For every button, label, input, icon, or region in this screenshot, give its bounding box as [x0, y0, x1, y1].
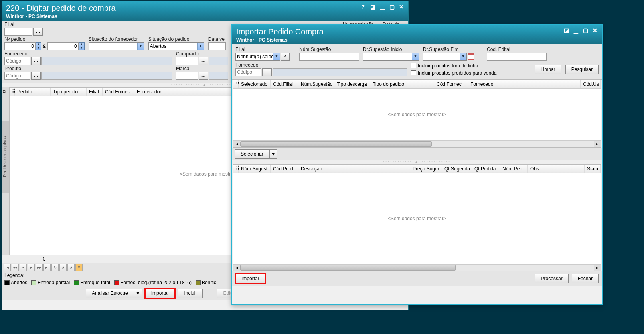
legend-entregue-total: Entregue total — [80, 280, 110, 285]
mfornecedor-lookup-button[interactable]: ... — [262, 68, 272, 76]
bcol-numped[interactable]: Núm.Ped. — [500, 165, 528, 173]
pesquisar-button[interactable]: Pesquisar — [565, 65, 599, 74]
mfilial-combo[interactable]: Nenhum(a) selec▼ — [235, 53, 280, 61]
mdtfim-input[interactable]: ▼ — [423, 53, 467, 61]
swatch-bonific — [196, 280, 201, 285]
nav-refresh[interactable]: ↻ — [51, 264, 59, 271]
nav-prev[interactable]: ◂ — [20, 264, 27, 271]
splitter-mid[interactable]: •••••••••••• ▲ •••••••••••• — [232, 160, 602, 164]
edit-icon[interactable]: ◪ — [369, 4, 376, 10]
window-importar: Importar Pedido Compra Winthor - PC Sist… — [231, 24, 603, 305]
bcol-qtsugerida[interactable]: Qt.Sugerida — [442, 165, 472, 173]
modal-minimize-icon[interactable]: ▁ — [572, 27, 579, 34]
nav-next[interactable]: ▸ — [28, 264, 35, 271]
sit-pedido-combo[interactable]: Abertos▼ — [148, 42, 204, 50]
top-grid-hscroll[interactable]: ◂ ▸ — [233, 140, 601, 147]
npedido-to-input[interactable] — [47, 42, 79, 50]
grid-empty-msg: <Sem dados para mostrar> — [180, 171, 238, 177]
modal-close-icon[interactable]: ✕ — [591, 27, 599, 34]
filial-input[interactable] — [4, 28, 32, 36]
label-npedido: Nº pedido — [4, 36, 85, 42]
detalhes-grid[interactable]: ⠿ Núm.Sugest Cód.Prod Descrição Preço Su… — [233, 164, 601, 271]
tcol-tipodescarga[interactable]: Tipo descarga — [334, 80, 370, 88]
modal-title: Importar Pedido Compra — [236, 27, 598, 36]
nav-prevpage[interactable]: ◂◂ — [12, 264, 19, 271]
titlebar-220: 220 - Digitar pedido de compra Winthor -… — [2, 1, 408, 21]
modal-subtitle: Winthor - PC Sistemas — [236, 37, 598, 43]
bcol-descricao[interactable]: Descrição — [298, 165, 410, 173]
modal-maximize-icon[interactable]: ▢ — [582, 27, 589, 34]
sit-fornecedor-combo[interactable]: ▼ — [89, 42, 144, 50]
col-pedido[interactable]: Pedido — [15, 88, 51, 96]
modal-importar-button[interactable]: Importar — [235, 274, 265, 283]
tcol-codfilial[interactable]: Cód.Filial — [271, 80, 298, 88]
tcol-codus[interactable]: Cód.Us — [581, 80, 601, 88]
bcol-numsugest[interactable]: Núm.Sugest — [239, 165, 271, 173]
limpar-button[interactable]: Limpar — [535, 65, 561, 74]
modal-filter-form: Filial Nenhum(a) selec▼ ✓ Núm.Sugestão D… — [232, 44, 602, 80]
produto-code-input[interactable] — [4, 72, 30, 80]
processar-button[interactable]: Processar — [535, 274, 569, 283]
fechar-button[interactable]: Fechar — [572, 274, 599, 283]
mfornecedor-code-input[interactable] — [235, 68, 261, 76]
nav-bookmark2[interactable]: ★ — [67, 264, 75, 271]
help-icon[interactable]: ? — [360, 4, 367, 10]
label-sit-pedido: Situação do pedido — [148, 36, 204, 42]
swatch-entrega-parcial — [31, 280, 36, 285]
minimize-icon[interactable]: ▁ — [379, 4, 386, 10]
npedido-from-spinner[interactable]: ▲▼ — [36, 42, 41, 50]
modal-edit-icon[interactable]: ◪ — [563, 27, 570, 34]
nav-first[interactable]: |◂ — [4, 264, 11, 271]
nav-filter[interactable]: ▼ — [75, 264, 83, 271]
mfilial-check-button[interactable]: ✓ — [281, 53, 290, 61]
nav-bookmark[interactable]: ★ — [59, 264, 67, 271]
bot-grid-hscroll[interactable]: ◂ ▸ — [233, 264, 601, 271]
fornecedor-lookup-button[interactable]: ... — [31, 57, 41, 65]
tcol-numsugestao[interactable]: Núm.Sugestão — [298, 80, 334, 88]
bcol-status[interactable]: Statu — [585, 165, 601, 173]
marca-lookup-button[interactable]: ... — [199, 72, 208, 80]
importar-button[interactable]: Importar — [145, 289, 175, 298]
maximize-icon[interactable]: ▢ — [388, 4, 395, 10]
marca-input[interactable] — [176, 72, 198, 80]
mdtinicio-input[interactable]: ▼ — [363, 53, 419, 61]
col-cod-fornec[interactable]: Cód.Fornec. — [103, 88, 134, 96]
tcol-codfornec[interactable]: Cód.Fornec. — [434, 80, 468, 88]
bcol-precosuger[interactable]: Preço Suger — [410, 165, 442, 173]
comprador-lookup-button[interactable]: ... — [199, 57, 208, 65]
data-ve-input[interactable] — [208, 42, 226, 50]
incluir-button[interactable]: Incluir — [178, 289, 203, 298]
filial-lookup-button[interactable]: ... — [33, 28, 43, 36]
detach-panel-icon[interactable]: ⧉ — [3, 89, 6, 94]
sugestoes-grid[interactable]: ⠿ Selecionado Cód.Filial Núm.Sugestão Ti… — [233, 80, 601, 148]
bcol-qtpedida[interactable]: Qt.Pedida — [472, 165, 500, 173]
tcol-selecionado[interactable]: Selecionado — [239, 80, 271, 88]
tcol-tipopedido[interactable]: Tipo do pedido — [370, 80, 434, 88]
chk-fora-linha[interactable]: Incluir produtos fora de linha — [411, 63, 496, 69]
close-icon[interactable]: ✕ — [398, 4, 405, 10]
tcol-fornecedor[interactable]: Fornecedor — [468, 80, 581, 88]
bcol-codprod[interactable]: Cód.Prod — [271, 165, 298, 173]
col-tipo-pedido[interactable]: Tipo pedido — [51, 88, 87, 96]
npedido-to-spinner[interactable]: ▲▼ — [79, 42, 85, 50]
analisar-estoque-button[interactable]: Analisar Estoque — [86, 289, 134, 298]
col-filial[interactable]: Filial — [87, 88, 103, 96]
label-a: à — [43, 43, 46, 49]
npedido-from-input[interactable] — [4, 42, 36, 50]
chk-proibidos[interactable]: Incluir produtos proibidos para venda — [411, 70, 496, 76]
sit-pedido-value: Abertos — [149, 43, 197, 49]
nav-last[interactable]: ▸| — [43, 264, 51, 271]
mnumsug-input[interactable] — [299, 53, 359, 61]
legend-abertos: Abertos — [11, 280, 27, 285]
bcol-obs[interactable]: Obs. — [528, 165, 585, 173]
selecionar-button[interactable]: Selecionar — [235, 149, 269, 159]
side-tab-pedidos-arquivos[interactable]: Pedidos em arquivos — [2, 121, 9, 193]
comprador-input[interactable] — [176, 57, 198, 65]
fornecedor-code-input[interactable] — [4, 57, 30, 65]
nav-nextpage[interactable]: ▸▸ — [36, 264, 43, 271]
calendar-icon[interactable] — [468, 53, 474, 60]
selecionar-dropdown[interactable]: ▼ — [269, 149, 277, 159]
mcodedital-input[interactable] — [487, 53, 547, 61]
analisar-estoque-dropdown[interactable]: ▼ — [134, 289, 142, 298]
produto-lookup-button[interactable]: ... — [31, 72, 41, 80]
